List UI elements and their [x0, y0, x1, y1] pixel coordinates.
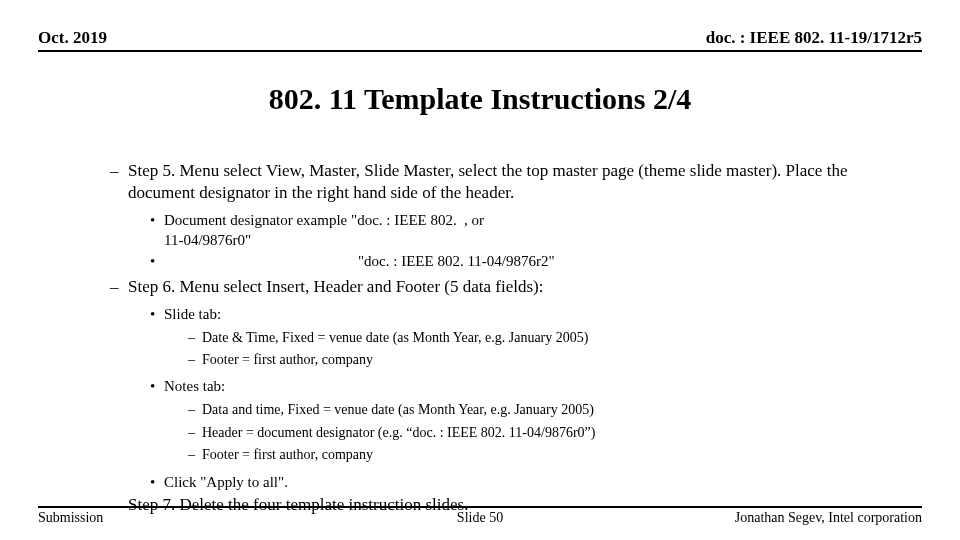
notes-tab-item-2: Header = document designator (e.g. “doc.… — [110, 424, 912, 442]
footer-left: Submission — [38, 510, 103, 526]
apply-to-all: Click "Apply to all". — [110, 473, 912, 493]
header-date: Oct. 2019 — [38, 28, 107, 48]
notes-tab-item-3: Footer = first author, company — [110, 446, 912, 464]
example-suffix: , or — [464, 211, 484, 251]
doc-designator-example-2: "doc. : IEEE 802. 11-04/9876r2" — [110, 252, 912, 272]
slide-header: Oct. 2019 doc. : IEEE 802. 11-19/1712r5 — [38, 28, 922, 52]
footer-author: Jonathan Segev, Intel corporation — [735, 510, 922, 526]
doc-designator-example-1: Document designator example "doc. : IEEE… — [110, 211, 912, 251]
step-5: Step 5. Menu select View, Master, Slide … — [110, 160, 912, 205]
example-label: Document designator example "doc. : IEEE… — [164, 211, 464, 251]
slide-title: 802. 11 Template Instructions 2/4 — [38, 82, 922, 116]
slide-body: Step 5. Menu select View, Master, Slide … — [38, 160, 922, 517]
header-doc-designator: doc. : IEEE 802. 11-19/1712r5 — [706, 28, 922, 48]
notes-tab-heading: Notes tab: — [110, 377, 912, 397]
slide-footer: Submission Slide 50 Jonathan Segev, Inte… — [38, 506, 922, 526]
slide-tab-item-1: Date & Time, Fixed = venue date (as Mont… — [110, 329, 912, 347]
notes-tab-item-1: Data and time, Fixed = venue date (as Mo… — [110, 401, 912, 419]
step-6: Step 6. Menu select Insert, Header and F… — [110, 276, 912, 298]
slide-tab-heading: Slide tab: — [110, 305, 912, 325]
slide-tab-item-2: Footer = first author, company — [110, 351, 912, 369]
footer-slide-number: Slide 50 — [457, 510, 503, 526]
